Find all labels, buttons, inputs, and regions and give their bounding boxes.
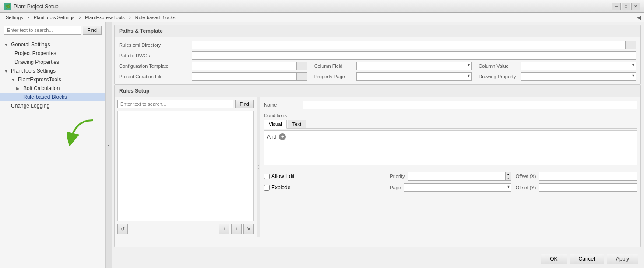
- cancel-button[interactable]: Cancel: [570, 254, 604, 264]
- rules-section-title: Rules Setup: [115, 85, 640, 97]
- breadcrumb-settings[interactable]: Settings: [3, 14, 26, 21]
- offset-x-input[interactable]: [539, 172, 637, 181]
- allow-edit-field: Allow Edit: [264, 172, 385, 181]
- main-content: Find ▼ General Settings Project Properti…: [0, 22, 644, 268]
- sidebar-item-planttools-settings[interactable]: ▼ PlantTools Settings: [0, 66, 105, 75]
- sidebar-item-label: General Settings: [11, 42, 50, 48]
- name-input[interactable]: [303, 101, 637, 109]
- path-dwgs-label: Path to DWGs: [119, 53, 189, 58]
- allow-edit-checkbox[interactable]: [264, 174, 270, 179]
- sidebar-item-drawing-properties[interactable]: Drawing Properties: [0, 58, 105, 66]
- conditions-section: Conditions Visual Text And +: [264, 113, 637, 165]
- minimize-button[interactable]: ─: [612, 3, 621, 10]
- restore-button[interactable]: □: [622, 3, 630, 10]
- rules-list-area[interactable]: [117, 111, 254, 221]
- collapse-icon[interactable]: ◀: [637, 14, 641, 21]
- page-field: Page: [390, 183, 511, 192]
- ok-button[interactable]: OK: [541, 254, 567, 264]
- sidebar-tree: ▼ General Settings Project Properties Dr…: [0, 38, 105, 268]
- window-title: Plant Project Setup: [14, 3, 59, 10]
- apply-button[interactable]: Apply: [607, 254, 638, 264]
- rules-find-button[interactable]: Find: [235, 100, 254, 108]
- page-select[interactable]: [404, 183, 511, 192]
- main-window: 🌿 Plant Project Setup ─ □ ✕ Settings › P…: [0, 0, 644, 268]
- project-creation-input[interactable]: [192, 72, 297, 81]
- sidebar-item-label: Drawing Properties: [14, 59, 59, 65]
- column-value-select[interactable]: [521, 62, 636, 70]
- offset-y-input[interactable]: [539, 183, 637, 192]
- remove-button[interactable]: ✕: [243, 224, 254, 234]
- name-row: Name: [264, 101, 637, 109]
- page-label: Page: [390, 185, 401, 190]
- conditions-label: Conditions: [264, 113, 637, 118]
- priority-down[interactable]: ▼: [506, 176, 511, 180]
- sidebar-item-plantexpresstools[interactable]: ▼ PlantExpressTools: [0, 75, 105, 84]
- drag-dot: [258, 168, 259, 169]
- breadcrumb-rule-based[interactable]: Rule-based Blocks: [133, 14, 178, 21]
- name-label: Name: [264, 102, 299, 108]
- sidebar-item-project-properties[interactable]: Project Properties: [0, 49, 105, 58]
- project-creation-browse-button[interactable]: ···: [297, 72, 307, 81]
- right-panel: Paths & Template Rules.xml Directory ···…: [112, 22, 644, 268]
- sidebar-search-input[interactable]: [4, 26, 81, 35]
- explode-label: Explode: [271, 184, 290, 191]
- tab-visual[interactable]: Visual: [264, 120, 287, 129]
- property-page-select-wrapper: [356, 72, 472, 81]
- bottom-fields: Allow Edit Priority 1 ▲ ▼: [264, 169, 637, 192]
- config-template-input[interactable]: [192, 62, 297, 70]
- property-page-select[interactable]: [356, 72, 472, 81]
- add-button-1[interactable]: +: [219, 224, 229, 234]
- add-condition-button[interactable]: +: [279, 133, 286, 140]
- column-field-select-wrapper: [356, 62, 472, 70]
- sidebar-item-change-logging[interactable]: Change Logging: [0, 101, 105, 110]
- paths-section-title: Paths & Template: [115, 25, 640, 37]
- and-label: And: [267, 134, 276, 140]
- priority-field: Priority 1 ▲ ▼: [390, 172, 511, 181]
- breadcrumb-planttools[interactable]: PlantTools Settings: [31, 14, 77, 21]
- drawing-property-select-wrapper: [521, 72, 636, 81]
- sidebar-item-general-settings[interactable]: ▼ General Settings: [0, 40, 105, 49]
- sidebar: Find ▼ General Settings Project Properti…: [0, 22, 106, 268]
- menubar: Settings › PlantTools Settings › PlantEx…: [0, 13, 644, 22]
- breadcrumb-plantexpress[interactable]: PlantExpressTools: [82, 14, 127, 21]
- add-button-2[interactable]: +: [231, 224, 242, 234]
- rules-detail-panel: Name Conditions Visual Text And: [260, 97, 640, 237]
- drag-handle[interactable]: [257, 97, 260, 237]
- form-row-config: Configuration Template ··· Column Field …: [119, 61, 636, 71]
- explode-checkbox[interactable]: [264, 185, 270, 191]
- config-template-field: ···: [192, 62, 307, 70]
- path-dwgs-input[interactable]: [192, 51, 636, 60]
- allow-edit-label: Allow Edit: [271, 173, 295, 179]
- form-row-rules-xml: Rules.xml Directory ···: [119, 40, 636, 50]
- paths-section: Paths & Template Rules.xml Directory ···…: [114, 25, 641, 85]
- breadcrumb-sep-2: ›: [79, 14, 81, 21]
- form-row-project-creation: Project Creation File ··· Property Page …: [119, 71, 636, 82]
- sidebar-find-button[interactable]: Find: [83, 26, 102, 35]
- refresh-button[interactable]: ↺: [117, 224, 128, 234]
- column-field-select[interactable]: [356, 62, 472, 70]
- config-browse-button[interactable]: ···: [297, 62, 307, 70]
- rules-xml-input[interactable]: [192, 41, 626, 49]
- priority-input[interactable]: 1: [408, 172, 505, 181]
- rules-list-panel: Find ↺ + + ✕: [115, 97, 257, 237]
- offset-y-label: Offset (Y): [516, 185, 536, 190]
- rules-xml-browse-button[interactable]: ···: [626, 41, 636, 49]
- offset-x-label: Offset (X): [516, 174, 536, 179]
- expand-icon: ▼: [11, 77, 16, 82]
- sidebar-search-area: Find: [0, 22, 105, 38]
- sidebar-item-rule-based-blocks[interactable]: Rule-based Blocks: [0, 93, 105, 101]
- priority-label: Priority: [390, 174, 405, 179]
- tab-text[interactable]: Text: [288, 120, 306, 128]
- paths-form: Rules.xml Directory ··· Path to DWGs Con…: [115, 37, 640, 84]
- footer: OK Cancel Apply: [112, 250, 644, 268]
- page-select-wrapper: [404, 183, 511, 192]
- offset-x-field: Offset (X): [516, 172, 637, 181]
- conditions-area: And +: [264, 130, 637, 165]
- sidebar-collapse-handle[interactable]: ‹: [106, 22, 112, 268]
- drawing-property-select[interactable]: [521, 72, 636, 81]
- close-button[interactable]: ✕: [631, 3, 640, 10]
- rules-content: Find ↺ + + ✕: [115, 97, 640, 237]
- priority-up[interactable]: ▲: [506, 172, 511, 176]
- rules-search-input[interactable]: [117, 100, 233, 108]
- sidebar-item-bolt-calculation[interactable]: ▶ Bolt Calculation: [0, 84, 105, 93]
